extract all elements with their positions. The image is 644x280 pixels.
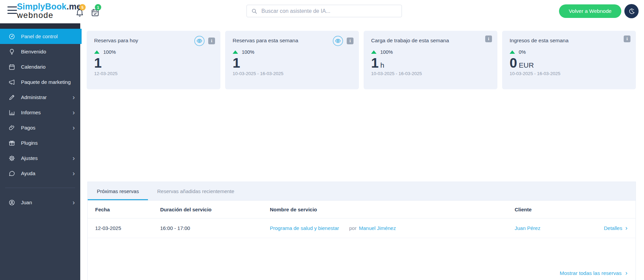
sidebar-item-paquete-de-marketing[interactable]: Paquete de marketing <box>0 74 80 90</box>
pencil-icon <box>8 94 15 101</box>
sidebar-item-label: Ayuda <box>21 170 35 176</box>
tasks-badge: 1 <box>95 4 101 10</box>
trend-up-icon <box>371 50 377 54</box>
trend-value: 100% <box>242 49 254 55</box>
service-link[interactable]: Programa de salud y bienestar <box>270 225 339 231</box>
card-value: 0EUR <box>510 56 628 70</box>
column-header-fecha: Fecha <box>95 207 160 212</box>
dark-mode-toggle[interactable] <box>624 4 639 18</box>
sidebar-item-plugins[interactable]: Plugins <box>0 135 80 150</box>
card-period: 10-03-2025 - 16-03-2025 <box>371 71 490 76</box>
stat-card-reservas-hoy: Reservas para hoy i 100% 1 12-03-2025 <box>87 31 220 89</box>
bar-chart-icon <box>8 109 15 116</box>
chat-bubble-icon <box>8 170 15 177</box>
sidebar-item-label: Pagos <box>21 125 36 131</box>
details-link[interactable]: Detalles › <box>604 225 627 231</box>
provider-link[interactable]: Manuel Jiménez <box>359 225 396 231</box>
card-title: Ingresos de esta semana <box>510 38 628 44</box>
bookings-tabs: Próximas reservas Reservas añadidas reci… <box>88 182 636 201</box>
user-circle-icon <box>8 199 15 206</box>
sidebar-item-user-juan[interactable]: Juan › <box>0 195 80 210</box>
trend-up-icon <box>510 50 515 54</box>
stat-card-ingresos: Ingresos de esta semana i 0% 0EUR 10-03-… <box>502 31 636 89</box>
trend-row: 0% <box>510 49 628 55</box>
table-header-row: Fecha Duración del servicio Nombre de se… <box>88 201 636 218</box>
sidebar-item-panel-de-control[interactable]: Panel de control <box>0 29 82 44</box>
dashboard-icon <box>8 33 15 40</box>
booking-date: 12-03-2025 <box>95 225 160 231</box>
sidebar-item-label: Informes <box>21 110 41 115</box>
card-title: Carga de trabajo de esta semana <box>371 38 490 44</box>
sidebar-item-ajustes[interactable]: Ajustes › <box>0 150 80 166</box>
search-input[interactable] <box>261 8 402 15</box>
chevron-right-icon: › <box>72 170 75 177</box>
column-header-cliente: Cliente <box>515 207 627 212</box>
megaphone-icon <box>8 79 15 86</box>
trend-up-icon <box>94 50 100 54</box>
sidebar-item-label: Paquete de marketing <box>21 79 71 85</box>
by-label: por <box>349 225 357 231</box>
search-bar <box>246 5 402 17</box>
trend-up-icon <box>233 50 238 54</box>
sidebar-item-label: Calendario <box>21 64 46 70</box>
card-period: 10-03-2025 - 16-03-2025 <box>510 71 628 76</box>
app-logo: SimplyBook.me webnode <box>17 2 81 19</box>
chevron-right-icon: › <box>625 225 627 231</box>
card-period: 10-03-2025 - 16-03-2025 <box>233 71 351 76</box>
sidebar-nav: Panel de control Bienvenido Calendario P… <box>0 23 80 280</box>
column-header-servicio: Nombre de servicio <box>270 207 515 212</box>
sidebar-item-bienvenido[interactable]: Bienvenido <box>0 44 80 59</box>
search-icon <box>251 8 257 14</box>
card-value: 1h <box>371 56 490 70</box>
gift-icon <box>8 140 15 146</box>
sidebar-divider <box>5 188 75 188</box>
sidebar-item-pagos[interactable]: Pagos › <box>0 120 80 135</box>
stat-card-carga-trabajo: Carga de trabajo de esta semana i 100% 1… <box>364 31 497 89</box>
trend-value: 0% <box>519 49 526 55</box>
bookings-panel: Próximas reservas Reservas añadidas reci… <box>87 182 636 280</box>
eye-icon[interactable] <box>332 36 343 46</box>
sidebar-item-label: Ajustes <box>21 155 38 161</box>
trend-row: 100% <box>371 49 490 55</box>
info-icon[interactable]: i <box>624 36 630 42</box>
tasks-button[interactable]: 1 <box>91 8 100 18</box>
info-icon[interactable]: i <box>347 38 353 44</box>
sidebar-item-calendario[interactable]: Calendario <box>0 59 80 74</box>
info-icon[interactable]: i <box>208 38 215 44</box>
eye-icon[interactable] <box>194 36 205 46</box>
chevron-right-icon: › <box>72 199 75 206</box>
trend-row: 100% <box>94 49 213 55</box>
hamburger-menu-icon[interactable] <box>7 6 17 14</box>
show-all-bookings-link[interactable]: Mostrar todas las reservas › <box>560 270 627 276</box>
brand-name: SimplyBook <box>17 2 66 11</box>
tab-reservas-anadidas[interactable]: Reservas añadidas recientemente <box>148 182 243 200</box>
trend-row: 100% <box>233 49 351 55</box>
sidebar-item-label: Panel de control <box>21 33 58 39</box>
chevron-right-icon: › <box>72 94 75 100</box>
tab-proximas-reservas[interactable]: Próximas reservas <box>88 182 148 200</box>
webnode-wordmark: webnode <box>17 11 81 19</box>
booking-duration: 16:00 - 17:00 <box>160 225 270 231</box>
notifications-button[interactable]: 5 <box>75 8 84 19</box>
chevron-right-icon: › <box>625 270 627 276</box>
paperclip-icon <box>8 124 15 131</box>
sidebar-item-label: Bienvenido <box>21 49 46 54</box>
info-icon[interactable]: i <box>485 36 492 42</box>
chevron-right-icon: › <box>72 155 75 161</box>
card-value: 1 <box>233 56 351 70</box>
client-link[interactable]: Juan Pérez <box>515 225 540 231</box>
card-period: 12-03-2025 <box>94 71 213 76</box>
trend-value: 100% <box>380 49 393 55</box>
stat-cards-row: Reservas para hoy i 100% 1 12-03-2025 Re… <box>87 31 636 89</box>
sidebar-item-informes[interactable]: Informes › <box>0 105 80 120</box>
top-header: SimplyBook.me webnode 5 1 Volver a Webno… <box>0 0 644 23</box>
chevron-right-icon: › <box>72 124 75 131</box>
sidebar-item-ayuda[interactable]: Ayuda › <box>0 166 80 181</box>
sidebar-user-label: Juan <box>21 200 32 205</box>
card-value: 1 <box>94 56 213 70</box>
gear-icon <box>8 155 15 162</box>
sidebar-item-label: Plugins <box>21 140 38 146</box>
stat-card-reservas-semana: Reservas para esta semana i 100% 1 10-03… <box>225 31 359 89</box>
back-to-webnode-button[interactable]: Volver a Webnode <box>559 4 621 18</box>
sidebar-item-administrar[interactable]: Administrar › <box>0 90 80 105</box>
